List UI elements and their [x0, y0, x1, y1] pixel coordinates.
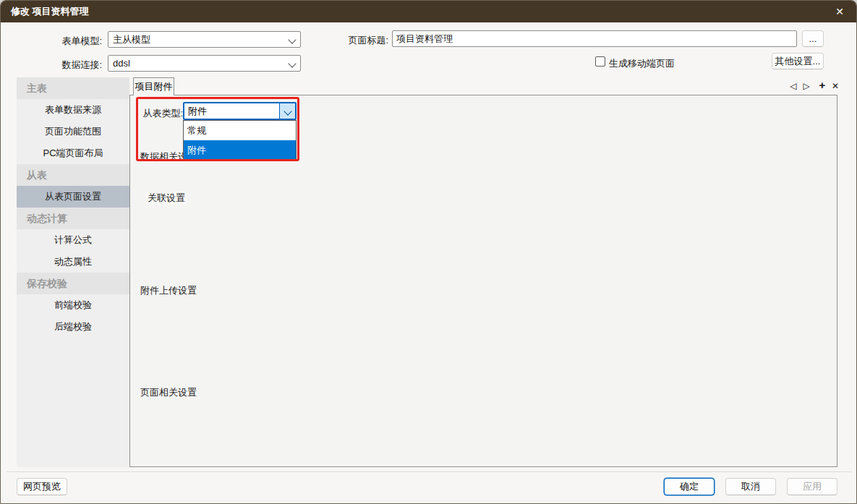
- mobile-page-checkbox[interactable]: [595, 56, 605, 67]
- tab-add-icon[interactable]: +: [817, 79, 828, 92]
- footer-divider: [7, 471, 852, 472]
- tab-close-icon[interactable]: ✕: [830, 80, 841, 93]
- window-title: 修改 项目资料管理: [11, 1, 89, 22]
- sidebar-item-backend-validation[interactable]: 后端校验: [17, 316, 129, 338]
- ok-button[interactable]: 确定: [664, 478, 715, 495]
- group-relation-title: 关联设置: [145, 192, 187, 205]
- sidebar-section-sub-table: 从表: [17, 164, 129, 186]
- sidebar-item-form-data-source[interactable]: 表单数据来源: [17, 99, 129, 121]
- tab-scroll-left-icon[interactable]: ◁: [788, 80, 799, 93]
- combo-dropdown-zone[interactable]: [279, 103, 295, 119]
- tab-project-attachment[interactable]: 项目附件: [133, 77, 174, 95]
- chevron-down-icon: [288, 59, 296, 67]
- form-model-select[interactable]: 主从模型: [108, 31, 301, 48]
- sidebar-section-save-validation: 保存校验: [17, 273, 129, 294]
- cancel-button[interactable]: 取消: [725, 478, 776, 495]
- mobile-page-checkbox-label: 生成移动端页面: [609, 57, 675, 70]
- form-model-label: 表单模型:: [44, 35, 102, 48]
- close-icon[interactable]: ✕: [825, 1, 854, 22]
- subtable-type-select[interactable]: 附件: [183, 102, 297, 120]
- group-upload-title: 附件上传设置: [138, 284, 199, 297]
- dropdown-option-attachment[interactable]: 附件: [184, 140, 296, 160]
- data-connection-select[interactable]: ddsl: [108, 55, 301, 72]
- subtable-type-dropdown-list: 常规 附件: [183, 120, 297, 160]
- subtable-type-value: 附件: [188, 103, 207, 119]
- tab-scroll-right-icon[interactable]: ▷: [801, 80, 812, 93]
- sidebar-section-dynamic-calc: 动态计算: [17, 208, 129, 229]
- group-page-related-title: 页面相关设置: [138, 386, 199, 399]
- data-connection-label: 数据连接:: [44, 59, 102, 72]
- sidebar-item-frontend-validation[interactable]: 前端校验: [17, 294, 129, 316]
- dialog-window: 修改 项目资料管理 ✕ 表单模型: 主从模型 数据连接: ddsl 页面标题: …: [0, 0, 857, 504]
- sidebar-section-main-table: 主表: [17, 77, 129, 99]
- form-model-value: 主从模型: [113, 32, 150, 47]
- web-preview-button[interactable]: 网页预览: [17, 478, 67, 495]
- sidebar-item-pc-page-layout[interactable]: PC端页面布局: [17, 142, 129, 164]
- data-connection-value: ddsl: [113, 56, 130, 71]
- page-title-more-button[interactable]: ...: [802, 30, 824, 47]
- page-title-input[interactable]: 项目资料管理: [392, 30, 797, 47]
- sidebar: 主表 表单数据来源 页面功能范围 PC端页面布局 从表 从表页面设置 动态计算 …: [17, 77, 129, 467]
- subtable-type-label: 从表类型:: [140, 107, 183, 120]
- dropdown-option-normal[interactable]: 常规: [184, 121, 296, 140]
- sidebar-item-calc-formula[interactable]: 计算公式: [17, 229, 129, 251]
- chevron-down-icon: [288, 35, 296, 43]
- sidebar-item-dynamic-attr[interactable]: 动态属性: [17, 251, 129, 273]
- sidebar-item-page-function-scope[interactable]: 页面功能范围: [17, 121, 129, 142]
- chevron-down-icon: [283, 107, 291, 115]
- other-settings-button[interactable]: 其他设置...: [772, 53, 824, 69]
- apply-button: 应用: [787, 478, 837, 495]
- title-bar: 修改 项目资料管理 ✕: [1, 1, 856, 22]
- sidebar-item-subtable-page-settings[interactable]: 从表页面设置: [17, 186, 129, 208]
- page-title-label: 页面标题:: [333, 34, 388, 47]
